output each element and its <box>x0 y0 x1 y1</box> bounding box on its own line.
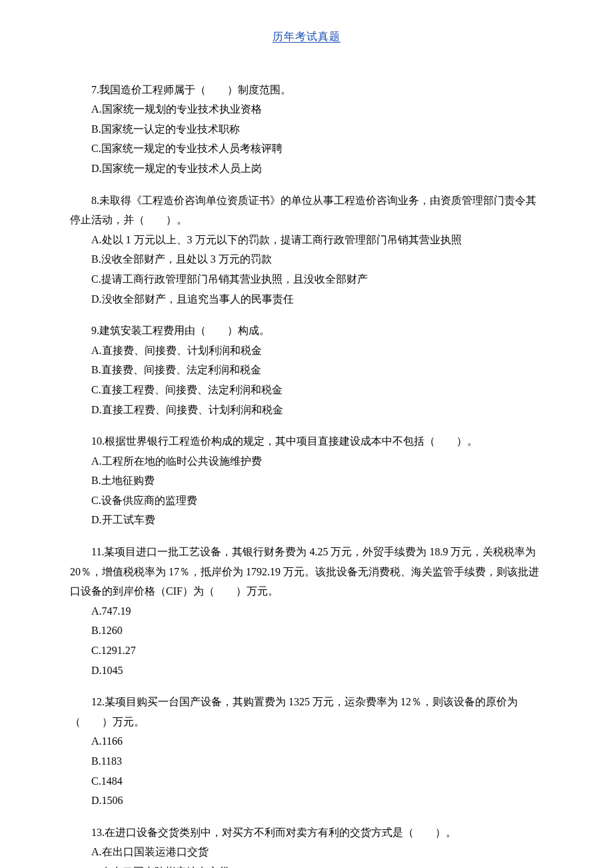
option-c: C.1484 <box>70 771 543 791</box>
question-11: 11.某项目进口一批工艺设备，其银行财务费为 4.25 万元，外贸手续费为 18… <box>70 542 543 680</box>
question-stem: 10.根据世界银行工程造价构成的规定，其中项目直接建设成本中不包括（ ）。 <box>70 431 543 451</box>
option-d: D.国家统一规定的专业技术人员上岗 <box>70 159 543 179</box>
option-b: B.1260 <box>70 621 543 641</box>
question-10: 10.根据世界银行工程造价构成的规定，其中项目直接建设成本中不包括（ ）。 A.… <box>70 431 543 530</box>
option-a: A.1166 <box>70 731 543 751</box>
question-stem: 11.某项目进口一批工艺设备，其银行财务费为 4.25 万元，外贸手续费为 18… <box>70 542 543 601</box>
option-c: C.提请工商行政管理部门吊销其营业执照，且没收全部财产 <box>70 269 543 289</box>
option-c: C.设备供应商的监理费 <box>70 491 543 511</box>
question-8: 8.未取得《工程造价咨询单位资质证书》的单位从事工程造价咨询业务，由资质管理部门… <box>70 191 543 309</box>
option-a: A.处以 1 万元以上、3 万元以下的罚款，提请工商行政管理部门吊销其营业执照 <box>70 230 543 250</box>
option-b: B.国家统一认定的专业技术职称 <box>70 119 543 139</box>
option-b: B.直接费、间接费、法定利润和税金 <box>70 360 543 380</box>
question-13: 13.在进口设备交货类别中，对买方不利而对卖方有利的交货方式是（ ）。 A.在出… <box>70 823 543 868</box>
option-c: C.1291.27 <box>70 641 543 661</box>
option-d: D.1506 <box>70 791 543 811</box>
question-12: 12.某项目购买一台国产设备，其购置费为 1325 万元，运杂费率为 12％，则… <box>70 692 543 811</box>
question-stem: 9.建筑安装工程费用由（ ）构成。 <box>70 321 543 341</box>
option-d: D.直接工程费、间接费、计划利润和税金 <box>70 400 543 420</box>
option-c: C.国家统一规定的专业技术人员考核评聘 <box>70 139 543 159</box>
option-a: A.工程所在地的临时公共设施维护费 <box>70 451 543 471</box>
question-7: 7.我国造价工程师属于（ ）制度范围。 A.国家统一规划的专业技术执业资格 B.… <box>70 80 543 179</box>
question-9: 9.建筑安装工程费用由（ ）构成。 A.直接费、间接费、计划利润和税金 B.直接… <box>70 321 543 419</box>
option-d: D.没收全部财产，且追究当事人的民事责任 <box>70 289 543 309</box>
option-b: B.在出口国内陆指定地点交货 <box>70 862 543 868</box>
page-header: 历年考试真题 <box>70 27 543 47</box>
option-b: B.没收全部财产，且处以 3 万元的罚款 <box>70 249 543 269</box>
option-a: A.国家统一规划的专业技术执业资格 <box>70 99 543 119</box>
question-stem: 8.未取得《工程造价咨询单位资质证书》的单位从事工程造价咨询业务，由资质管理部门… <box>70 191 543 230</box>
option-c: C.直接工程费、间接费、法定利润和税金 <box>70 380 543 400</box>
option-a: A.在出口国装运港口交货 <box>70 842 543 862</box>
option-a: A.直接费、间接费、计划利润和税金 <box>70 341 543 361</box>
question-stem: 7.我国造价工程师属于（ ）制度范围。 <box>70 80 543 100</box>
option-b: B.土地征购费 <box>70 471 543 491</box>
option-d: D.1045 <box>70 661 543 681</box>
option-b: B.1183 <box>70 751 543 771</box>
question-stem: 13.在进口设备交货类别中，对买方不利而对卖方有利的交货方式是（ ）。 <box>70 823 543 843</box>
question-stem: 12.某项目购买一台国产设备，其购置费为 1325 万元，运杂费率为 12％，则… <box>70 692 543 731</box>
page-container: 历年考试真题 7.我国造价工程师属于（ ）制度范围。 A.国家统一规划的专业技术… <box>0 0 613 868</box>
option-d: D.开工试车费 <box>70 510 543 530</box>
option-a: A.747.19 <box>70 601 543 621</box>
